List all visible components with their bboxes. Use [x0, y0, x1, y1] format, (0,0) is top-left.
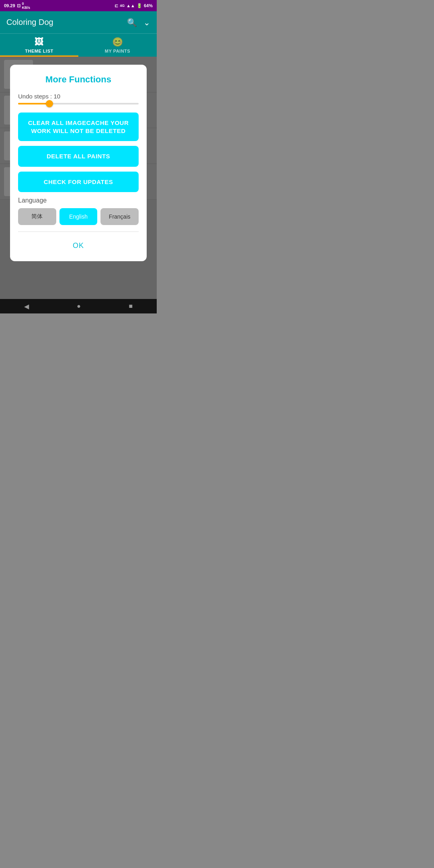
language-label: Language — [18, 197, 139, 204]
theme-list-icon: 🖼 — [35, 37, 44, 47]
more-functions-modal: More Functions Undo steps : 10 CLEAR ALL… — [10, 65, 147, 261]
signal-4g: 4G — [120, 4, 125, 8]
cast-icon: ⊏ — [115, 3, 118, 8]
undo-label: Undo steps : 10 — [18, 93, 139, 100]
modal-title: More Functions — [18, 74, 139, 85]
my-paints-icon: 😊 — [112, 37, 123, 47]
lang-english-button[interactable]: English — [59, 208, 98, 225]
delete-all-paints-button[interactable]: DELETE ALL PAINTS — [18, 146, 139, 167]
slider-fill — [18, 103, 48, 104]
slider-track — [18, 103, 139, 104]
signal-bars: ▲▲ — [126, 3, 135, 8]
clear-cache-button[interactable]: CLEAR ALL IMAGECACHE YOUR WORK WILL NOT … — [18, 113, 139, 141]
language-section: Language 简体 English Français — [18, 197, 139, 225]
status-bar: 09.29 ⊡ 0KB/s ⊏ 4G ▲▲ 🔋 64% — [0, 0, 157, 11]
status-time: 09.29 — [4, 3, 15, 8]
modal-overlay: More Functions Undo steps : 10 CLEAR ALL… — [0, 57, 157, 313]
check-for-updates-button[interactable]: CHECK FOR UPDATES — [18, 172, 139, 192]
status-device-icon: ⊡ — [17, 3, 20, 8]
tab-bar: 🖼 THEME LIST 😊 MY PAINTS — [0, 33, 157, 57]
status-left: 09.29 ⊡ 0KB/s — [4, 2, 30, 10]
lang-french-button[interactable]: Français — [100, 208, 139, 225]
app-container: 09.29 ⊡ 0KB/s ⊏ 4G ▲▲ 🔋 64% Coloring Dog… — [0, 0, 157, 313]
tab-theme-list-label: THEME LIST — [25, 49, 53, 53]
slider-thumb[interactable] — [46, 100, 53, 107]
language-buttons: 简体 English Français — [18, 208, 139, 225]
status-right: ⊏ 4G ▲▲ 🔋 64% — [115, 3, 153, 8]
header-icons: 🔍 ⌄ — [127, 18, 150, 27]
tab-my-paints[interactable]: 😊 MY PAINTS — [78, 34, 157, 57]
status-data: 0KB/s — [22, 2, 31, 10]
search-icon[interactable]: 🔍 — [127, 18, 137, 27]
modal-divider — [18, 231, 139, 232]
app-header: Coloring Dog 🔍 ⌄ — [0, 11, 157, 33]
chevron-down-icon[interactable]: ⌄ — [143, 18, 150, 27]
tab-my-paints-label: MY PAINTS — [105, 49, 130, 53]
content-area: 🐕 Dogs 1 🐶 Dogs 2 🐾 Dogs 3 🐩 Dogs 4 More… — [0, 57, 157, 313]
battery-icon: 🔋 — [137, 3, 142, 8]
app-title: Coloring Dog — [6, 18, 53, 27]
battery-percent: 64% — [144, 3, 153, 8]
lang-chinese-button[interactable]: 简体 — [18, 208, 56, 225]
ok-button[interactable]: OK — [18, 238, 139, 253]
tab-theme-list[interactable]: 🖼 THEME LIST — [0, 34, 78, 57]
undo-slider-container[interactable] — [18, 103, 139, 104]
